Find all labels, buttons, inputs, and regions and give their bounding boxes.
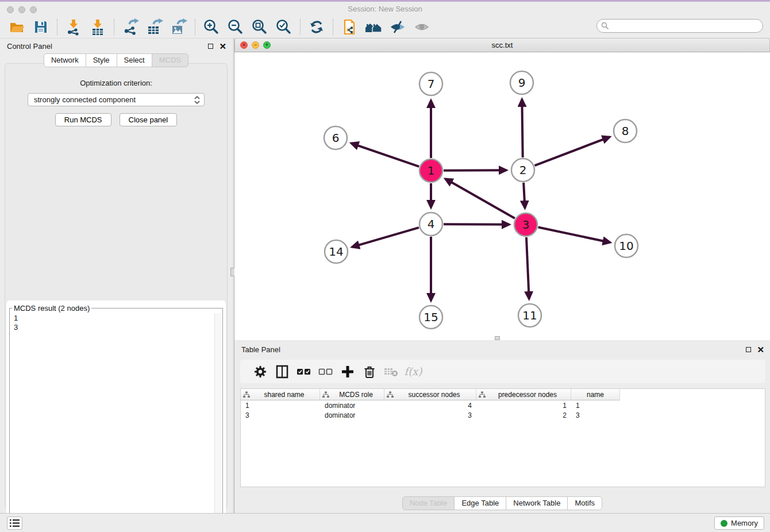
graph-edge-1-2[interactable] — [444, 170, 506, 171]
graph-node-8[interactable]: 8 — [614, 119, 637, 142]
zoom-in-button[interactable] — [202, 18, 221, 36]
graph-node-6[interactable]: 6 — [324, 126, 347, 149]
network-window-titlebar[interactable]: × − + scc.txt — [234, 38, 770, 52]
table-row[interactable]: 3dominator323 — [241, 410, 765, 420]
import-table-button[interactable] — [88, 18, 107, 36]
node-table[interactable]: shared nameMCDS rolesuccessor nodesprede… — [240, 388, 765, 487]
tree-icon — [479, 391, 486, 398]
graph-node-4[interactable]: 4 — [419, 213, 442, 236]
search-box[interactable] — [596, 19, 763, 33]
first-neighbors-icon — [341, 18, 358, 36]
graph-node-label: 4 — [428, 217, 435, 231]
tab-style[interactable]: Style — [86, 53, 117, 67]
zoom-selected-button[interactable] — [274, 18, 294, 36]
show-columns-button[interactable] — [271, 363, 293, 381]
column-header-predecessor-nodes[interactable]: predecessor nodes — [476, 389, 571, 400]
graph-node-label: 15 — [424, 310, 438, 324]
network-window-controls[interactable]: × − + — [240, 41, 271, 49]
add-column-button[interactable] — [337, 363, 359, 381]
close-network-icon[interactable]: × — [240, 41, 248, 49]
network-canvas[interactable]: 7968124314101511 — [234, 52, 770, 340]
save-session-button[interactable] — [31, 18, 51, 36]
column-header-shared-name[interactable]: shared name — [241, 389, 320, 400]
export-network-button[interactable] — [121, 18, 140, 36]
tree-icon — [243, 391, 250, 398]
graph-edge-4-14[interactable] — [352, 228, 419, 247]
graph-node-9[interactable]: 9 — [510, 71, 533, 94]
graph-edge-3-1[interactable] — [445, 179, 515, 218]
table-panel-title: Table Panel — [240, 345, 746, 354]
float-table-panel-icon[interactable] — [746, 347, 751, 352]
main-toolbar — [0, 16, 770, 38]
zoom-window-icon[interactable] — [30, 6, 37, 13]
table-tab-node-table[interactable]: Node Table — [402, 496, 455, 510]
graph-edge-1-6[interactable] — [351, 143, 419, 166]
column-header-MCDS-role[interactable]: MCDS role — [320, 389, 384, 400]
close-window-icon[interactable] — [7, 6, 14, 13]
graph-node-11[interactable]: 11 — [518, 304, 541, 327]
app-title: Session: New Session — [348, 5, 422, 13]
graph-node-10[interactable]: 10 — [615, 234, 638, 257]
graph-node-15[interactable]: 15 — [419, 306, 442, 329]
zoom-out-button[interactable] — [226, 18, 245, 36]
optimization-label: Optimization criterion: — [5, 79, 227, 87]
graph-edge-4-3[interactable] — [444, 224, 509, 225]
search-input[interactable] — [609, 21, 763, 31]
graph-edge-3-11[interactable] — [526, 237, 529, 299]
toggle-visibility-button[interactable] — [388, 18, 407, 36]
table-row[interactable]: 1dominator411 — [241, 400, 765, 410]
graph-edge-2-9[interactable] — [522, 99, 522, 157]
eye-slash-icon — [389, 19, 406, 35]
table-header-row: shared nameMCDS rolesuccessor nodesprede… — [241, 389, 765, 400]
criterion-dropdown[interactable]: strongly connected component — [28, 93, 205, 106]
network-resize-handle[interactable] — [495, 336, 500, 340]
graph-edge-3-10[interactable] — [538, 228, 610, 242]
table-tab-motifs[interactable]: Motifs — [567, 496, 602, 510]
deselect-all-button[interactable] — [315, 363, 337, 381]
column-header-successor-nodes[interactable]: successor nodes — [384, 389, 476, 400]
eye-button[interactable] — [412, 18, 432, 36]
window-controls[interactable] — [7, 6, 37, 13]
first-neighbors-button[interactable] — [340, 18, 359, 36]
close-panel-icon[interactable]: ✕ — [219, 42, 226, 51]
table-settings-button[interactable] — [249, 363, 271, 381]
home-button[interactable] — [364, 18, 383, 36]
maximize-network-icon[interactable]: + — [263, 41, 271, 49]
tab-mcds[interactable]: MCDS — [152, 53, 188, 67]
checked-boxes-icon — [297, 367, 311, 376]
table-toolbar: f(x) — [240, 360, 765, 383]
close-panel-button[interactable]: Close panel — [120, 113, 178, 126]
run-mcds-button[interactable]: Run MCDS — [55, 113, 111, 126]
save-icon — [33, 19, 49, 35]
refresh-button[interactable] — [307, 18, 326, 36]
tab-network[interactable]: Network — [44, 53, 86, 67]
tab-select[interactable]: Select — [117, 53, 152, 67]
control-panel-header: Control Panel ✕ — [0, 38, 232, 53]
column-header-name[interactable]: name — [571, 389, 620, 400]
float-panel-icon[interactable] — [208, 44, 213, 49]
memory-button[interactable]: Memory — [714, 516, 764, 530]
minimize-network-icon[interactable]: − — [252, 41, 259, 49]
graph-node-2[interactable]: 2 — [511, 159, 534, 182]
zoom-fit-button[interactable] — [250, 18, 270, 36]
select-all-button[interactable] — [293, 363, 315, 381]
import-network-button[interactable] — [64, 18, 83, 36]
table-tab-edge-table[interactable]: Edge Table — [454, 496, 506, 510]
delete-column-button[interactable] — [359, 363, 380, 381]
graph-edge-2-3[interactable] — [523, 183, 525, 208]
graph-node-1[interactable]: 1 — [419, 159, 442, 182]
graph-edge-2-8[interactable] — [535, 137, 610, 165]
table-tab-network-table[interactable]: Network Table — [506, 496, 568, 510]
open-session-button[interactable] — [7, 18, 26, 36]
close-table-panel-icon[interactable]: ✕ — [757, 345, 764, 354]
function-builder-button-disabled: f(x) — [402, 363, 424, 381]
graph-node-14[interactable]: 14 — [325, 240, 348, 263]
task-history-button[interactable] — [7, 516, 22, 530]
export-table-button[interactable] — [145, 18, 164, 36]
graph-node-7[interactable]: 7 — [419, 72, 442, 95]
result-scrollbar[interactable] — [214, 313, 222, 519]
table-tabs: Node TableEdge TableNetwork TableMotifs — [234, 496, 770, 510]
minimize-window-icon[interactable] — [18, 6, 25, 13]
graph-node-3[interactable]: 3 — [514, 213, 537, 236]
export-image-button[interactable] — [169, 18, 188, 36]
